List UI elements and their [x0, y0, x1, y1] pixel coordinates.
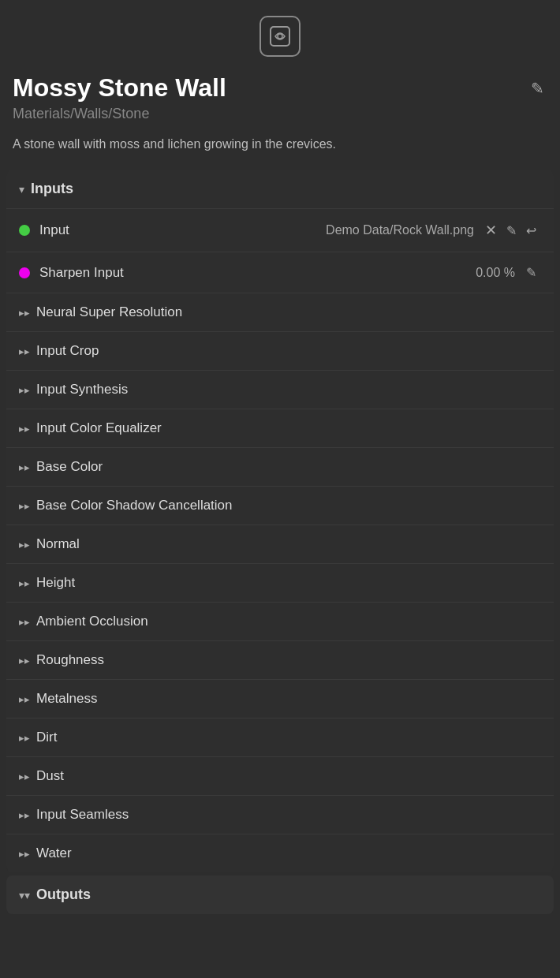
input-crop-row[interactable]: ▸ Input Crop — [6, 331, 554, 370]
metalness-label: Metalness — [36, 691, 97, 707]
neural-label: Neural Super Resolution — [36, 304, 182, 320]
neural-arrow-icon: ▸ — [19, 307, 30, 319]
height-row[interactable]: ▸ Height — [6, 563, 554, 602]
input-file-row: Input Demo Data/Rock Wall.png ✕ ✎ ↩ — [6, 208, 554, 252]
asset-path: Materials/Walls/Stone — [13, 106, 528, 122]
normal-row[interactable]: ▸ Normal — [6, 524, 554, 563]
base-color-row[interactable]: ▸ Base Color — [6, 447, 554, 486]
svg-point-1 — [278, 34, 282, 39]
neural-super-resolution-row[interactable]: ▸ Neural Super Resolution — [6, 293, 554, 331]
header-area: Mossy Stone Wall Materials/Walls/Stone ✎ — [0, 0, 560, 135]
height-label: Height — [36, 575, 75, 591]
input-seamless-row[interactable]: ▸ Input Seamless — [6, 795, 554, 834]
outputs-chevron-icon: ▾ — [19, 889, 30, 901]
input-color-equalizer-row[interactable]: ▸ Input Color Equalizer — [6, 409, 554, 447]
input-seamless-arrow-icon: ▸ — [19, 809, 30, 821]
base-color-shadow-row[interactable]: ▸ Base Color Shadow Cancellation — [6, 486, 554, 524]
input-crop-label: Input Crop — [36, 343, 99, 359]
input-color-equalizer-label: Input Color Equalizer — [36, 420, 162, 436]
ambient-occlusion-row[interactable]: ▸ Ambient Occlusion — [6, 602, 554, 640]
base-color-shadow-label: Base Color Shadow Cancellation — [36, 498, 233, 513]
inputs-section-title: Inputs — [31, 181, 73, 197]
ambient-occlusion-arrow-icon: ▸ — [19, 616, 30, 628]
metalness-row[interactable]: ▸ Metalness — [6, 679, 554, 718]
input-synthesis-row[interactable]: ▸ Input Synthesis — [6, 370, 554, 409]
sharpen-edit-button[interactable]: ✎ — [521, 262, 541, 283]
input-synthesis-label: Input Synthesis — [36, 382, 128, 398]
dirt-arrow-icon: ▸ — [19, 732, 30, 744]
asset-title: Mossy Stone Wall — [13, 73, 528, 103]
input-crop-arrow-icon: ▸ — [19, 345, 30, 357]
water-arrow-icon: ▸ — [19, 848, 30, 860]
input-undo-button[interactable]: ↩ — [521, 220, 541, 241]
outputs-section-header[interactable]: ▾ Outputs — [6, 875, 554, 914]
dirt-label: Dirt — [36, 730, 57, 745]
base-color-arrow-icon: ▸ — [19, 461, 30, 473]
inputs-section-header[interactable]: Inputs — [6, 170, 554, 208]
svg-rect-0 — [271, 27, 289, 46]
dust-row[interactable]: ▸ Dust — [6, 756, 554, 795]
normal-arrow-icon: ▸ — [19, 539, 30, 551]
metalness-arrow-icon: ▸ — [19, 693, 30, 705]
dust-arrow-icon: ▸ — [19, 771, 30, 782]
input-color-equalizer-arrow-icon: ▸ — [19, 423, 30, 435]
app-icon — [259, 16, 301, 57]
input-label: Input — [39, 222, 69, 238]
title-block: Mossy Stone Wall Materials/Walls/Stone — [13, 73, 528, 122]
base-color-label: Base Color — [36, 459, 103, 475]
ambient-occlusion-label: Ambient Occlusion — [36, 614, 148, 629]
input-synthesis-arrow-icon: ▸ — [19, 384, 30, 396]
roughness-row[interactable]: ▸ Roughness — [6, 640, 554, 679]
input-dot-green — [19, 225, 30, 236]
input-edit-button[interactable]: ✎ — [502, 220, 521, 241]
inputs-section: Inputs Input Demo Data/Rock Wall.png ✕ ✎… — [6, 170, 554, 872]
title-row: Mossy Stone Wall Materials/Walls/Stone ✎ — [13, 73, 547, 122]
roughness-label: Roughness — [36, 652, 104, 668]
inputs-chevron-icon — [19, 183, 24, 196]
sharpen-input-row: Sharpen Input 0.00 % ✎ — [6, 252, 554, 293]
page-wrapper: Mossy Stone Wall Materials/Walls/Stone ✎… — [0, 0, 560, 978]
water-row[interactable]: ▸ Water — [6, 834, 554, 872]
roughness-arrow-icon: ▸ — [19, 655, 30, 666]
input-clear-button[interactable]: ✕ — [480, 218, 502, 242]
input-file-value: Demo Data/Rock Wall.png — [69, 223, 474, 237]
dirt-row[interactable]: ▸ Dirt — [6, 718, 554, 756]
normal-label: Normal — [36, 536, 80, 552]
height-arrow-icon: ▸ — [19, 577, 30, 589]
input-seamless-label: Input Seamless — [36, 807, 129, 823]
outputs-section: ▾ Outputs — [6, 875, 554, 914]
asset-description: A stone wall with moss and lichen growin… — [0, 135, 560, 170]
dust-label: Dust — [36, 768, 64, 784]
edit-title-button[interactable]: ✎ — [528, 76, 547, 101]
outputs-section-title: Outputs — [36, 887, 91, 903]
base-color-shadow-arrow-icon: ▸ — [19, 500, 30, 512]
sharpen-label: Sharpen Input — [39, 265, 124, 281]
sharpen-value: 0.00 % — [124, 266, 515, 280]
sharpen-dot-magenta — [19, 267, 30, 278]
water-label: Water — [36, 845, 72, 861]
